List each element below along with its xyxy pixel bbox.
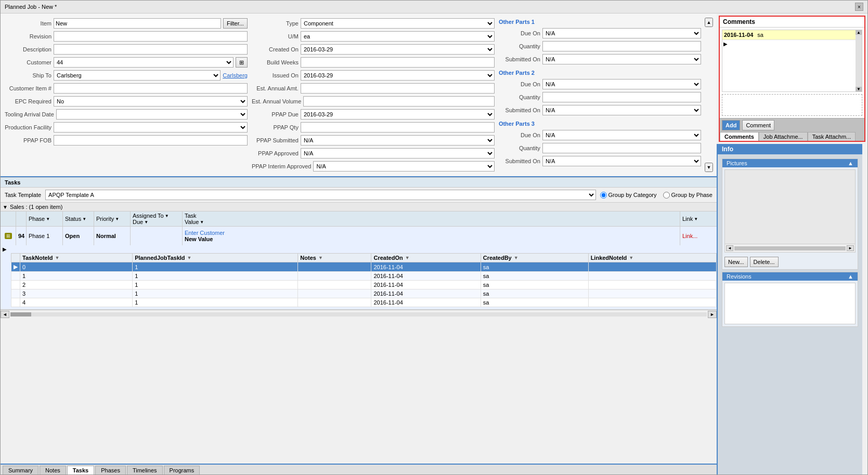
value-filter-icon[interactable]: ▼: [200, 220, 204, 225]
task-template-select[interactable]: APQP Template A: [45, 190, 595, 200]
pictures-scroll-right[interactable]: ►: [847, 245, 854, 251]
form-scroll-up[interactable]: ▲: [705, 18, 714, 27]
other1-quantity-input[interactable]: [542, 41, 701, 51]
title-bar: Planned Job - New * ×: [1, 1, 867, 14]
ship-to-select[interactable]: Carlsberg: [54, 70, 221, 81]
ppap-due-select[interactable]: 2016-03-29: [301, 109, 495, 120]
customer-select[interactable]: 44: [54, 57, 234, 68]
comment-date: 2016-11-04: [724, 32, 753, 38]
description-field-row: Description: [5, 44, 248, 55]
ship-to-link[interactable]: Carlsberg: [223, 72, 248, 78]
type-select[interactable]: Component: [301, 18, 495, 29]
other3-submitted-select[interactable]: N/A: [542, 156, 701, 166]
comments-scroll-down[interactable]: ▼: [856, 87, 862, 91]
comment-input-area[interactable]: [722, 94, 862, 116]
ppap-fob-input[interactable]: [54, 135, 248, 146]
comment-button[interactable]: Comment: [742, 120, 774, 130]
issued-on-select[interactable]: 2016-03-29: [301, 70, 495, 81]
task-enter-customer[interactable]: Enter Customer: [185, 230, 678, 236]
est-annual-volume-input[interactable]: [303, 96, 495, 107]
customer-item-field-row: Customer Item #: [5, 83, 248, 94]
revisions-area: [724, 283, 856, 324]
comment-textarea[interactable]: [722, 95, 862, 114]
linkednote-filter[interactable]: ▼: [629, 255, 633, 260]
pictures-scroll-left[interactable]: ◄: [726, 245, 733, 251]
tab-timelines[interactable]: Timelines: [127, 466, 163, 474]
pictures-delete-button[interactable]: Delete...: [750, 257, 779, 267]
pictures-collapse-icon[interactable]: ▲: [848, 160, 853, 166]
tab-summary[interactable]: Summary: [3, 466, 38, 474]
notes-table-row[interactable]: 312016-11-04sa: [11, 289, 717, 298]
tab-notes[interactable]: Notes: [40, 466, 66, 474]
other3-due-on-row: Due On N/A: [499, 129, 701, 141]
hscroll-right-button[interactable]: ►: [708, 311, 717, 318]
est-annual-amt-input[interactable]: [301, 83, 495, 94]
tooling-arrival-select[interactable]: [56, 109, 248, 120]
add-button[interactable]: Add: [722, 120, 740, 130]
tab-programs[interactable]: Programs: [164, 466, 200, 474]
description-input[interactable]: [54, 44, 248, 55]
other1-due-on-select[interactable]: N/A: [542, 28, 701, 38]
group-by-phase-input[interactable]: [663, 192, 670, 199]
task-link-button[interactable]: Link...: [682, 233, 697, 239]
ppap-submitted-select[interactable]: N/A: [301, 135, 495, 146]
hscroll-left-button[interactable]: ◄: [1, 311, 9, 318]
description-label: Description: [5, 46, 51, 52]
revision-input[interactable]: [54, 31, 248, 42]
other3-quantity-input[interactable]: [542, 143, 701, 153]
notes-table-row[interactable]: 112016-11-04sa: [11, 272, 717, 281]
other1-submitted-select[interactable]: N/A: [542, 54, 701, 64]
hscroll-thumb[interactable]: [10, 312, 31, 316]
createdby-filter[interactable]: ▼: [514, 255, 519, 260]
notes-filter[interactable]: ▼: [318, 255, 323, 260]
group-expand-icon[interactable]: ▼: [3, 204, 8, 210]
form-area: Item Filter... Revision Description: [1, 14, 717, 177]
comments-tab-comments[interactable]: Comments: [720, 132, 759, 141]
other2-submitted-select[interactable]: N/A: [542, 105, 701, 115]
filter-button[interactable]: Filter...: [223, 18, 248, 29]
notes-table-row[interactable]: 212016-11-04sa: [11, 281, 717, 289]
ppap-interim-select[interactable]: N/A: [313, 161, 494, 171]
status-filter-icon[interactable]: ▼: [82, 217, 86, 221]
form-scroll-down[interactable]: ▼: [705, 163, 714, 172]
comments-tab-job-attachments[interactable]: Job Attachme...: [759, 132, 808, 141]
ppap-approved-select[interactable]: N/A: [301, 148, 495, 159]
pictures-new-button[interactable]: New...: [724, 257, 748, 267]
close-button[interactable]: ×: [855, 3, 863, 11]
other2-due-on-select[interactable]: N/A: [542, 79, 701, 89]
priority-filter-icon[interactable]: ▼: [115, 217, 119, 221]
um-select[interactable]: ea: [301, 31, 495, 42]
tab-tasks[interactable]: Tasks: [67, 466, 94, 474]
ppap-qty-input[interactable]: [301, 122, 495, 133]
customer-item-input[interactable]: [54, 83, 248, 94]
comments-scroll-up[interactable]: ▲: [856, 30, 862, 35]
other3-due-on-select[interactable]: N/A: [542, 130, 701, 140]
group-by-category-radio[interactable]: Group by Category: [600, 192, 657, 199]
task-template-label: Task Template: [5, 192, 41, 198]
tasknote-filter[interactable]: ▼: [55, 255, 59, 260]
link-filter-icon[interactable]: ▼: [694, 217, 698, 221]
group-by-phase-radio[interactable]: Group by Phase: [663, 192, 713, 199]
due-filter-icon[interactable]: ▼: [144, 220, 148, 225]
customer-search-button[interactable]: ⊞: [236, 57, 248, 68]
build-weeks-input[interactable]: [301, 57, 495, 68]
production-facility-select[interactable]: [54, 122, 248, 133]
row-arrow: ▶: [11, 262, 20, 272]
created-on-select[interactable]: 2016-03-29: [301, 44, 495, 55]
comments-scroll-area: 2016-11-04 sa ▶ ▲ ▼: [722, 30, 862, 92]
notes-table-row[interactable]: 412016-11-04sa: [11, 298, 717, 307]
task-sub-expand[interactable]: ▶: [1, 245, 717, 253]
phase-filter-icon[interactable]: ▼: [46, 217, 50, 221]
comments-tab-task-attachments[interactable]: Task Attachm...: [808, 132, 856, 141]
group-by-category-input[interactable]: [600, 192, 607, 199]
revisions-collapse-icon[interactable]: ▲: [848, 273, 853, 280]
plannedjob-filter[interactable]: ▼: [187, 255, 192, 260]
createdon-filter[interactable]: ▼: [405, 255, 410, 260]
other2-quantity-input[interactable]: [542, 92, 701, 102]
item-input[interactable]: [54, 18, 221, 29]
notes-table-row[interactable]: ▶012016-11-04sa: [11, 262, 717, 272]
assigned-filter-icon[interactable]: ▼: [165, 214, 169, 218]
tab-phases[interactable]: Phases: [95, 466, 126, 474]
comment-arrow-indicator: ▶: [722, 40, 862, 48]
epc-required-select[interactable]: No: [54, 96, 248, 107]
